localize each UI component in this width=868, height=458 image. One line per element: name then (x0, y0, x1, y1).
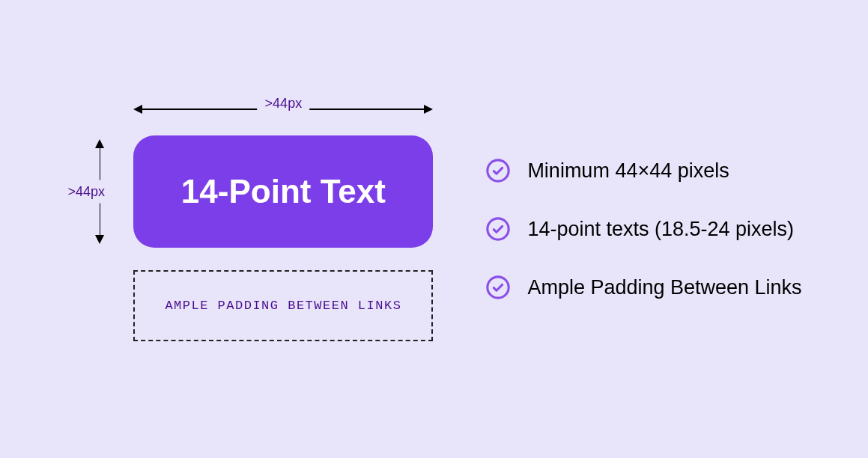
width-label: >44px (258, 96, 310, 112)
width-dimension-arrow: >44px (133, 98, 433, 120)
arrow-down-icon (95, 235, 104, 244)
checklist-item-text: Minimum 44×44 pixels (527, 159, 729, 183)
checklist-item: Minimum 44×44 pixels (485, 158, 801, 183)
example-button[interactable]: 14-Point Text (133, 135, 433, 248)
arrow-up-icon (95, 139, 104, 148)
height-dimension-arrow: >44px (88, 139, 111, 244)
arrow-left-icon (133, 105, 142, 114)
diagram-panel: >44px >44px 14-Point Text AMPLE PADDING … (66, 98, 440, 360)
check-circle-icon (485, 275, 511, 300)
checklist-item-text: 14-point texts (18.5-24 pixels) (527, 218, 794, 241)
check-circle-icon (485, 158, 511, 183)
padding-example-box: AMPLE PADDING BETWEEN LINKS (133, 270, 433, 341)
checklist-panel: Minimum 44×44 pixels 14-point texts (18.… (485, 158, 801, 300)
checklist-item-text: Ample Padding Between Links (527, 276, 801, 299)
check-circle-icon (485, 216, 511, 242)
checklist-item: 14-point texts (18.5-24 pixels) (485, 216, 801, 242)
height-label: >44px (67, 180, 105, 204)
padding-box-text: AMPLE PADDING BETWEEN LINKS (165, 299, 401, 313)
button-text: 14-Point Text (181, 173, 386, 210)
checklist-item: Ample Padding Between Links (485, 275, 801, 300)
arrow-right-icon (424, 105, 433, 114)
